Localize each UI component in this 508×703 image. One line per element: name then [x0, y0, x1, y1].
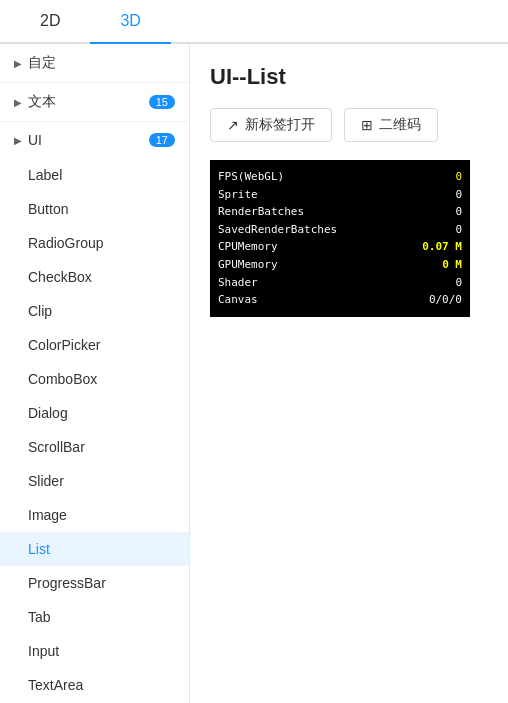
- preview-panel: FPS(WebGL) 0 Sprite 0 RenderBatches 0 Sa…: [210, 160, 470, 317]
- preview-key-fps: FPS(WebGL): [218, 168, 284, 186]
- sidebar-item-tab[interactable]: Tab: [0, 600, 189, 634]
- preview-key-renderbatches: RenderBatches: [218, 203, 304, 221]
- tab-bar: 2D 3D: [0, 0, 508, 44]
- sidebar-group-ui: ▶ UI 17 Label Button RadioGroup CheckBox…: [0, 122, 189, 703]
- preview-row-canvas: Canvas 0/0/0: [218, 291, 462, 309]
- preview-key-canvas: Canvas: [218, 291, 258, 309]
- preview-row-gpumemory: GPUMemory 0 M: [218, 256, 462, 274]
- open-new-tab-label: 新标签打开: [245, 116, 315, 134]
- sidebar-group-custom: ▶ 自定: [0, 44, 189, 83]
- sidebar-item-dialog[interactable]: Dialog: [0, 396, 189, 430]
- preview-value-fps: 0: [455, 168, 462, 186]
- sidebar-item-input[interactable]: Input: [0, 634, 189, 668]
- sidebar-item-radiogroup[interactable]: RadioGroup: [0, 226, 189, 260]
- qr-code-label: 二维码: [379, 116, 421, 134]
- arrow-icon-text: ▶: [14, 97, 22, 108]
- main-layout: ▶ 自定 ▶ 文本 15 ▶ UI 17: [0, 44, 508, 703]
- preview-row-cpumemory: CPUMemory 0.07 M: [218, 238, 462, 256]
- tab-2d[interactable]: 2D: [10, 0, 90, 44]
- preview-value-canvas: 0/0/0: [429, 291, 462, 309]
- sidebar-item-checkbox[interactable]: CheckBox: [0, 260, 189, 294]
- sidebar-group-label-text: 文本: [28, 93, 56, 111]
- preview-row-sprite: Sprite 0: [218, 186, 462, 204]
- preview-value-savedbatches: 0: [455, 221, 462, 239]
- preview-value-gpumemory: 0 M: [442, 256, 462, 274]
- preview-key-shader: Shader: [218, 274, 258, 292]
- sidebar-item-textarea[interactable]: TextArea: [0, 668, 189, 702]
- sidebar-item-scrollbar[interactable]: ScrollBar: [0, 430, 189, 464]
- content-area: UI--List ↗ 新标签打开 ⊞ 二维码 FPS(WebGL) 0 Spri…: [190, 44, 508, 703]
- sidebar-item-slider[interactable]: Slider: [0, 464, 189, 498]
- tab-3d[interactable]: 3D: [90, 0, 170, 44]
- sidebar-group-label-ui: UI: [28, 132, 42, 148]
- sidebar-item-colorpicker[interactable]: ColorPicker: [0, 328, 189, 362]
- preview-value-renderbatches: 0: [455, 203, 462, 221]
- sidebar-item-progressbar[interactable]: ProgressBar: [0, 566, 189, 600]
- page-title: UI--List: [210, 64, 488, 90]
- sidebar-group-header-custom[interactable]: ▶ 自定: [0, 44, 189, 82]
- sidebar-group-text: ▶ 文本 15: [0, 83, 189, 122]
- arrow-icon-custom: ▶: [14, 58, 22, 69]
- sidebar-item-clip[interactable]: Clip: [0, 294, 189, 328]
- sidebar-item-label[interactable]: Label: [0, 158, 189, 192]
- open-new-tab-icon: ↗: [227, 117, 239, 133]
- preview-row-savedbatches: SavedRenderBatches 0: [218, 221, 462, 239]
- preview-value-sprite: 0: [455, 186, 462, 204]
- sidebar-item-button[interactable]: Button: [0, 192, 189, 226]
- preview-value-shader: 0: [455, 274, 462, 292]
- preview-row-shader: Shader 0: [218, 274, 462, 292]
- qr-code-button[interactable]: ⊞ 二维码: [344, 108, 438, 142]
- badge-text: 15: [149, 95, 175, 109]
- sidebar-group-header-text[interactable]: ▶ 文本 15: [0, 83, 189, 121]
- sidebar-item-list[interactable]: List: [0, 532, 189, 566]
- qr-code-icon: ⊞: [361, 117, 373, 133]
- sidebar: ▶ 自定 ▶ 文本 15 ▶ UI 17: [0, 44, 190, 703]
- preview-row-renderbatches: RenderBatches 0: [218, 203, 462, 221]
- sidebar-group-header-ui[interactable]: ▶ UI 17: [0, 122, 189, 158]
- badge-ui: 17: [149, 133, 175, 147]
- preview-key-savedbatches: SavedRenderBatches: [218, 221, 337, 239]
- sidebar-group-label-custom: 自定: [28, 54, 56, 72]
- action-buttons: ↗ 新标签打开 ⊞ 二维码: [210, 108, 488, 142]
- sidebar-items-ui: Label Button RadioGroup CheckBox Clip Co…: [0, 158, 189, 703]
- preview-key-cpumemory: CPUMemory: [218, 238, 278, 256]
- preview-row-fps: FPS(WebGL) 0: [218, 168, 462, 186]
- preview-value-cpumemory: 0.07 M: [422, 238, 462, 256]
- preview-key-sprite: Sprite: [218, 186, 258, 204]
- open-new-tab-button[interactable]: ↗ 新标签打开: [210, 108, 332, 142]
- sidebar-item-image[interactable]: Image: [0, 498, 189, 532]
- sidebar-item-combobox[interactable]: ComboBox: [0, 362, 189, 396]
- arrow-icon-ui: ▶: [14, 135, 22, 146]
- preview-key-gpumemory: GPUMemory: [218, 256, 278, 274]
